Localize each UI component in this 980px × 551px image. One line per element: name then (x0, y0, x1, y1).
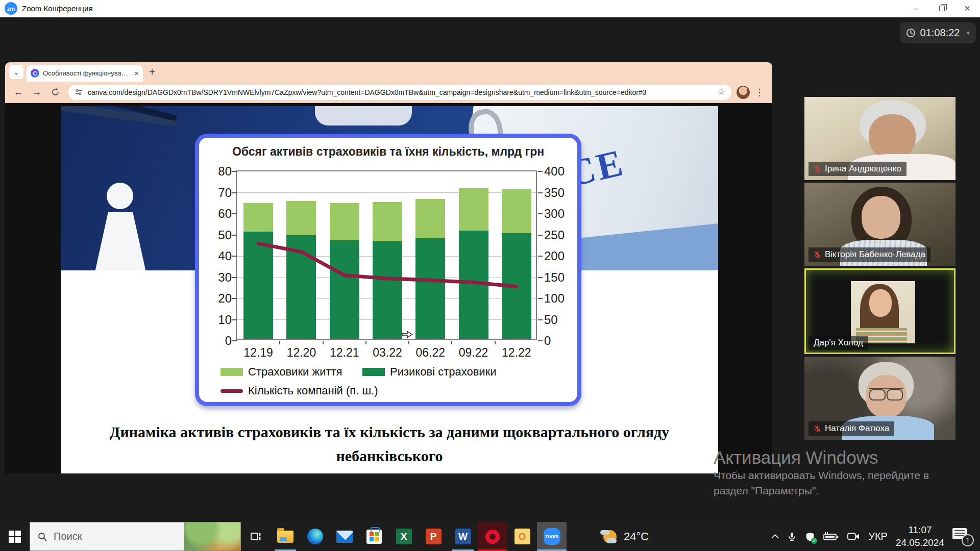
left-axis-label: 10 (205, 313, 232, 327)
notification-count-badge: 1 (962, 534, 974, 546)
outlook-icon: O (514, 529, 530, 544)
microphone-icon (787, 531, 797, 542)
muted-mic-icon (814, 425, 821, 433)
url-text: canva.com/design/DAGGDx0mTBw/SDRY1VmNWEl… (88, 88, 713, 96)
shield-check-badge: ✓ (811, 538, 817, 544)
left-axis-label: 20 (205, 291, 232, 306)
right-axis-label: 150 (544, 270, 580, 285)
x-axis-label: 06.22 (409, 346, 452, 360)
chart-plot-area: 0102030405060708005010015020025030035040… (236, 170, 537, 340)
mouse-cursor (402, 331, 413, 340)
browser-tab[interactable]: C Особливості функціонування × (27, 65, 143, 82)
right-axis-label: 50 (544, 313, 580, 327)
tab-close-icon[interactable]: × (134, 69, 139, 78)
taskbar-app-edge[interactable] (300, 522, 330, 551)
reload-button[interactable] (47, 84, 63, 101)
tray-security-shield[interactable]: ✓ (805, 531, 815, 542)
participant-tile[interactable]: Вікторія Бабенко-Левада (804, 183, 955, 266)
weather-widget[interactable]: 24°C (595, 529, 654, 544)
language-indicator[interactable]: УКР (868, 531, 888, 542)
edge-icon (307, 529, 323, 544)
zoom-icon: zoom (544, 528, 560, 545)
legend-item-risk: Ризикові страховики (362, 365, 497, 379)
chart-card: Обсяг активів страховиків та їхня кількі… (195, 134, 581, 406)
legend-swatch-life (220, 368, 243, 376)
chart-title: Обсяг активів страховиків та їхня кількі… (199, 145, 577, 159)
camera-in-use-icon (847, 532, 860, 541)
right-axis-label: 400 (544, 164, 580, 179)
site-settings-icon[interactable] (75, 88, 83, 96)
windows-taskbar: Поиск XPWOzoom 24°C ✓ (0, 522, 980, 551)
participant-tile-active-speaker[interactable]: Дар'я Холод (804, 268, 955, 354)
meeting-content-area: 01:08:22 ▾ ⌄ C Особливості функціонуванн… (0, 17, 980, 522)
tab-title: Особливості функціонування (43, 69, 131, 77)
x-axis-label: 03.22 (366, 346, 409, 360)
taskbar-app-mail[interactable] (330, 522, 359, 551)
window-minimize-button[interactable]: – (903, 0, 929, 17)
mail-icon (336, 531, 353, 543)
taskbar-app-word[interactable]: W (448, 522, 478, 551)
left-axis-label: 0 (205, 334, 232, 348)
tray-microphone[interactable] (787, 531, 797, 542)
tray-battery[interactable] (823, 532, 839, 542)
window-restore-button[interactable] (929, 0, 954, 17)
browser-menu-icon[interactable]: ⋮ (752, 87, 767, 98)
clock-date: 24.05.2024 (896, 537, 944, 549)
chart-legend: Страховики життя Ризикові страховики (220, 364, 568, 398)
taskbar-app-outlook[interactable]: O (507, 522, 537, 551)
taskbar-app-file-explorer[interactable] (271, 522, 300, 551)
clock-icon (906, 28, 916, 38)
participant-tile[interactable]: Наталія Фатюха (804, 357, 955, 440)
paper-family-cutout (315, 106, 412, 126)
muted-mic-icon (814, 165, 821, 173)
browser-tabstrip: ⌄ C Особливості функціонування × + (5, 62, 772, 82)
tray-camera[interactable] (847, 532, 860, 541)
back-button[interactable]: ← (10, 84, 27, 101)
taskbar-clock[interactable]: 11:07 24.05.2024 (896, 524, 944, 549)
tab-search-button[interactable]: ⌄ (9, 65, 23, 79)
legend-swatch-risk (362, 368, 385, 376)
window-close-button[interactable]: × (954, 0, 980, 17)
browser-profile-avatar[interactable] (737, 86, 750, 99)
left-axis-label: 60 (205, 207, 232, 221)
taskbar-app-store[interactable] (359, 522, 389, 551)
taskbar-search-box[interactable]: Поиск (30, 522, 241, 551)
right-axis-label: 250 (544, 228, 580, 242)
participant-tile[interactable]: Ірина Андрющенко (804, 97, 955, 180)
presentation-slide: ANCE Обсяг активів страховиків та їхня к… (61, 106, 718, 473)
zoom-meeting-window: zm Zoom Конференция – × 01:08:22 ▾ ⌄ C О… (0, 0, 980, 551)
timer-dropdown-icon[interactable]: ▾ (966, 29, 970, 37)
x-axis-label: 09.22 (452, 346, 495, 360)
tray-expand-button[interactable] (771, 534, 779, 539)
taskbar-app-powerpoint[interactable]: P (419, 522, 448, 551)
restore-icon (939, 6, 945, 11)
slide-caption: Динаміка активів страховиків та їх кільк… (78, 420, 701, 473)
battery-charging-icon (823, 532, 839, 542)
forward-button[interactable]: → (29, 84, 45, 101)
task-view-button[interactable] (241, 522, 271, 551)
canva-favicon: C (31, 69, 39, 78)
search-icon (37, 532, 47, 542)
right-axis-label: 300 (544, 207, 580, 221)
left-axis-label: 40 (205, 249, 232, 263)
zoom-app-icon: zm (5, 2, 17, 15)
meeting-timer: 01:08:22 (920, 27, 960, 39)
powerpoint-icon: P (426, 529, 442, 544)
taskbar-pinned-apps: XPWOzoom (271, 522, 567, 551)
meeting-timer-badge[interactable]: 01:08:22 ▾ (900, 22, 976, 43)
store-icon (366, 530, 382, 544)
action-center-button[interactable]: 1 (952, 528, 973, 545)
taskbar-app-excel[interactable]: X (389, 522, 419, 551)
search-daily-image[interactable] (184, 522, 240, 551)
new-tab-button[interactable]: + (149, 66, 155, 78)
x-axis-label: 12.19 (237, 346, 280, 360)
start-button[interactable] (0, 522, 30, 551)
participant-nametag: Вікторія Бабенко-Левада (808, 247, 930, 262)
word-icon: W (455, 529, 471, 544)
taskbar-app-zoom[interactable]: zoom (537, 522, 567, 551)
system-tray: ✓ УКР 11:07 24.05.2024 1 (771, 524, 980, 549)
legend-item-life: Страховики життя (220, 365, 362, 379)
bookmark-star-icon[interactable]: ☆ (718, 87, 725, 97)
address-bar[interactable]: canva.com/design/DAGGDx0mTBw/SDRY1VmNWEl… (68, 85, 731, 100)
taskbar-app-opera[interactable] (478, 522, 507, 551)
